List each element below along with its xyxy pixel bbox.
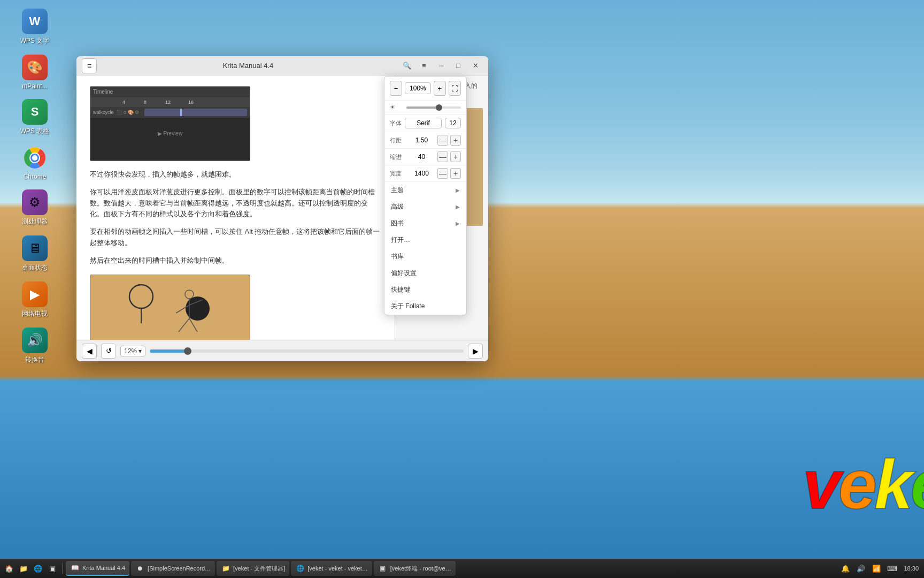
brightness-icon: ☀ (390, 104, 403, 111)
popup-menu-item-label-0: 主题 (391, 186, 404, 195)
desktop-icon-wps-writer[interactable]: W WPS 文字 (8, 5, 61, 49)
desktop-icon-mpaint[interactable]: 🎨 mPaint... (8, 51, 61, 93)
desktop-state-emoji: 🖥 (28, 241, 41, 256)
timeline-label: Timeline (93, 88, 113, 96)
popup-menu-item-0[interactable]: 主题▶ (384, 182, 466, 199)
zoom-percent-display: 100% (405, 82, 431, 94)
taskbar-item-krita[interactable]: 📖 Krita Manual 4.4 (66, 561, 129, 576)
indent-plus[interactable]: + (450, 151, 461, 162)
mpaint-emoji: 🎨 (27, 60, 43, 75)
indent-minus[interactable]: — (437, 151, 448, 162)
width-plus[interactable]: + (450, 168, 461, 179)
para2: 你可以用洋葱皮面板对洋葱皮进行更多控制。面板里的数字可以控制该帧距离当前帧的时间… (90, 187, 381, 220)
svg-line-9 (189, 300, 203, 305)
line-spacing-plus[interactable]: + (450, 135, 461, 146)
brightness-slider[interactable] (406, 107, 461, 109)
minimize-button[interactable]: ─ (434, 58, 449, 73)
taskbar-filemanager-icon: 📁 (221, 564, 230, 573)
taskbar-item-browser[interactable]: 🌐 [veket - veket - veket… (291, 561, 372, 576)
wps-table-label: WPS 表格 (20, 127, 50, 136)
para1: 不过你很快会发现，插入的帧越多，就越困难。 (90, 169, 381, 180)
popup-menu-item-4[interactable]: 书库 (384, 248, 466, 265)
popup-zoom-controls: − 100% + ⛶ (384, 77, 466, 101)
line-spacing-minus[interactable]: — (437, 135, 448, 146)
popup-width-row: 宽度 1400 — + (384, 165, 466, 182)
width-label: 宽度 (390, 170, 406, 178)
popup-menu-item-6[interactable]: 快捷键 (384, 282, 466, 298)
taskbar-tray-icon-4[interactable]: ⌨ (886, 562, 898, 575)
mpaint-icon-img: 🎨 (22, 55, 48, 80)
volume-icon-img: 🔊 (22, 328, 48, 353)
taskbar-item-terminal[interactable]: ▣ [veket终端 - root@ve… (374, 561, 456, 576)
font-selector[interactable]: Serif (405, 118, 442, 128)
taskbar-item-screenrecord[interactable]: ⏺ [SimpleScreenRecord… (131, 561, 215, 576)
page-progress-bar[interactable] (150, 349, 464, 353)
window-menu-button[interactable]: ≡ (82, 58, 97, 73)
popup-menu-item-5[interactable]: 偏好设置 (384, 265, 466, 282)
taskbar: 🏠 📁 🌐 ▣ 📖 Krita Manual 4.4 ⏺ [SimpleScre… (0, 559, 924, 578)
zoom-plus-button[interactable]: + (434, 81, 446, 96)
timeline-topbar: Timeline (90, 87, 250, 97)
taskbar-tray-icon-1[interactable]: 🔔 (839, 562, 852, 575)
num4: 4 (122, 98, 125, 106)
rainbow-e2: e (910, 445, 924, 523)
svg-point-3 (32, 155, 37, 161)
window-titlebar: ≡ Krita Manual 4.4 🔍 ≡ ─ □ ✕ (76, 56, 488, 75)
taskbar-item-filemanager[interactable]: 📁 [veket - 文件管理器] (217, 561, 289, 576)
width-minus[interactable]: — (437, 168, 448, 179)
fullscreen-button[interactable]: ⛶ (449, 81, 461, 96)
taskbar-terminal-icon[interactable]: ▣ (46, 562, 59, 575)
desktop-icon-volume[interactable]: 🔊 转换音 (8, 324, 61, 368)
process-label: 测处理器 (22, 217, 48, 226)
zoom-minus-icon: − (394, 85, 398, 93)
maximize-button[interactable]: □ (451, 58, 466, 73)
page-percent-display[interactable]: 12% ▾ (120, 346, 145, 356)
desktop-icon-process[interactable]: ⚙ 测处理器 (8, 186, 61, 230)
document-content[interactable]: Timeline 4 8 12 16 walkcycle ⬛ α 🎨 ⚙ (76, 75, 395, 340)
timeline-numbers: 4 8 12 16 (90, 97, 250, 107)
close-button[interactable]: ✕ (468, 58, 483, 73)
taskbar-tray-icon-2[interactable]: 🔊 (854, 562, 867, 575)
ball-with-string (128, 283, 155, 330)
history-button[interactable]: ↺ (101, 344, 116, 359)
taskbar-start-icon[interactable]: 🏠 (3, 562, 16, 575)
volume-label: 转换音 (25, 355, 44, 364)
popup-menu-item-7[interactable]: 关于 Follate (384, 298, 466, 315)
desktop-icon-desktop-state[interactable]: 🖥 桌面状态 (8, 232, 61, 276)
taskbar-files-icon[interactable]: 📁 (17, 562, 30, 575)
indent-label: 缩进 (390, 153, 406, 161)
taskbar-separator (62, 563, 63, 574)
popup-menu-item-2[interactable]: 图书▶ (384, 215, 466, 232)
para4: 然后在空出来的时间槽中插入并绘制中间帧。 (90, 255, 381, 267)
settings-button[interactable]: ≡ (417, 58, 432, 73)
chrome-svg (23, 146, 47, 170)
popup-menu-item-3[interactable]: 打开… (384, 232, 466, 248)
line-spacing-value: 1.50 (408, 136, 435, 144)
font-size-display[interactable]: 12 (445, 118, 461, 128)
width-value: 1400 (408, 170, 435, 177)
popup-menu-item-label-1: 高级 (391, 202, 404, 211)
fullscreen-icon: ⛶ (451, 85, 458, 93)
window-controls: 🔍 ≡ ─ □ ✕ (399, 58, 483, 73)
zoom-minus-button[interactable]: − (390, 81, 402, 96)
desktop-icon-wps-table[interactable]: S WPS 表格 (8, 96, 61, 139)
taskbar-browser-icon[interactable]: 🌐 (32, 562, 44, 575)
walkcycle-label: walkcycle (93, 109, 114, 116)
network-tv-icon-img: ▶ (22, 282, 48, 307)
desktop-icon-chrome[interactable]: Chrome (8, 142, 61, 184)
taskbar-terminal-item-icon: ▣ (378, 564, 388, 573)
wps-writer-icon-img: W (22, 9, 48, 34)
taskbar-tray-icon-3[interactable]: 📶 (870, 562, 883, 575)
svg-line-11 (189, 318, 197, 332)
search-button[interactable]: 🔍 (399, 58, 414, 73)
popup-menu-item-1[interactable]: 高级▶ (384, 199, 466, 215)
window-title: Krita Manual 4.4 (97, 62, 399, 70)
rainbow-e: e (838, 445, 874, 523)
back-button[interactable]: ◀ (82, 344, 97, 359)
taskbar-terminal-label: [veket终端 - root@ve… (390, 565, 451, 573)
desktop-icon-network-tv[interactable]: ▶ 网络电视 (8, 278, 61, 322)
popup-font-row: 字体 Serif 12 (384, 115, 466, 132)
forward-button[interactable]: ▶ (468, 344, 483, 359)
stick-figure-container (171, 289, 208, 340)
process-icon-img: ⚙ (22, 189, 48, 215)
